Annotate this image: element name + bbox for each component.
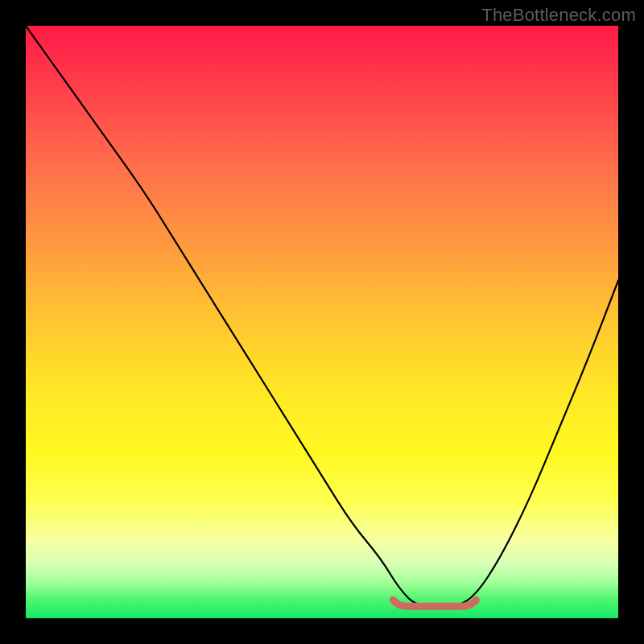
chart-frame: TheBottleneck.com	[0, 0, 644, 644]
curve-layer	[26, 26, 618, 618]
watermark-text: TheBottleneck.com	[481, 5, 636, 26]
optimal-region-marker	[393, 600, 476, 606]
bottleneck-curve	[26, 26, 618, 606]
plot-area	[26, 26, 618, 618]
